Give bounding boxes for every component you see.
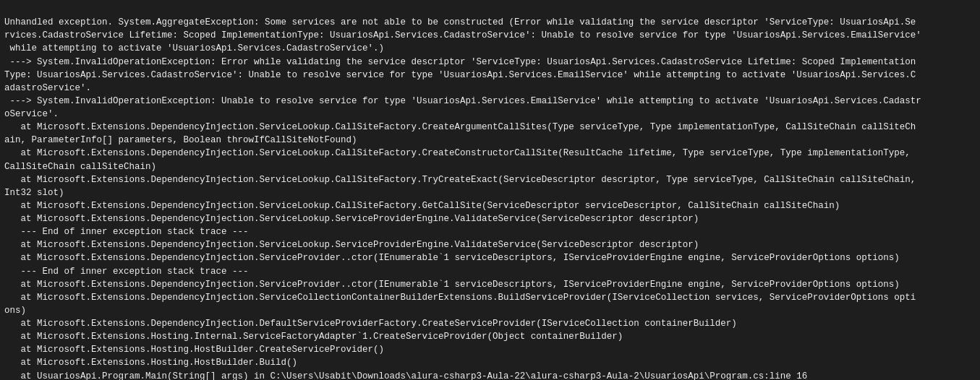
terminal-line: rvices.CadastroService Lifetime: Scoped … [4, 29, 976, 42]
terminal-line: at Microsoft.Extensions.DependencyInject… [4, 238, 976, 251]
terminal-line: at Microsoft.Extensions.Hosting.HostBuil… [4, 343, 976, 356]
terminal-line: adastroService'. [4, 82, 976, 95]
terminal-line: --- End of inner exception stack trace -… [4, 225, 976, 238]
terminal-line: ain, ParameterInfo[] parameters, Boolean… [4, 134, 976, 147]
terminal-line: while attempting to activate 'UsuariosAp… [4, 42, 976, 55]
terminal-line: at Microsoft.Extensions.DependencyInject… [4, 121, 976, 134]
terminal-line: at UsuariosApi.Program.Main(String[] arg… [4, 370, 976, 381]
terminal-window: Unhandled exception. System.AggregateExc… [0, 0, 980, 380]
terminal-line: at Microsoft.Extensions.DependencyInject… [4, 317, 976, 330]
terminal-line: CallSiteChain callSiteChain) [4, 160, 976, 173]
terminal-line: at Microsoft.Extensions.Hosting.HostBuil… [4, 356, 976, 369]
terminal-line: ons) [4, 304, 976, 317]
terminal-line: oService'. [4, 108, 976, 121]
terminal-line: at Microsoft.Extensions.DependencyInject… [4, 278, 976, 291]
terminal-line: Int32 slot) [4, 186, 976, 199]
terminal-line: at Microsoft.Extensions.DependencyInject… [4, 212, 976, 225]
terminal-line: at Microsoft.Extensions.DependencyInject… [4, 147, 976, 160]
terminal-line: --- End of inner exception stack trace -… [4, 265, 976, 278]
terminal-line: at Microsoft.Extensions.DependencyInject… [4, 199, 976, 212]
terminal-line: at Microsoft.Extensions.DependencyInject… [4, 173, 976, 186]
terminal-line: ---> System.InvalidOperationException: U… [4, 95, 976, 108]
terminal-line: ---> System.InvalidOperationException: E… [4, 56, 976, 69]
terminal-line: at Microsoft.Extensions.Hosting.Internal… [4, 330, 976, 343]
terminal-line: Type: UsuariosApi.Services.CadastroServi… [4, 69, 976, 82]
terminal-line: at Microsoft.Extensions.DependencyInject… [4, 251, 976, 264]
terminal-line: Unhandled exception. System.AggregateExc… [4, 16, 976, 29]
terminal-content: Unhandled exception. System.AggregateExc… [4, 16, 976, 380]
terminal-line: at Microsoft.Extensions.DependencyInject… [4, 291, 976, 304]
